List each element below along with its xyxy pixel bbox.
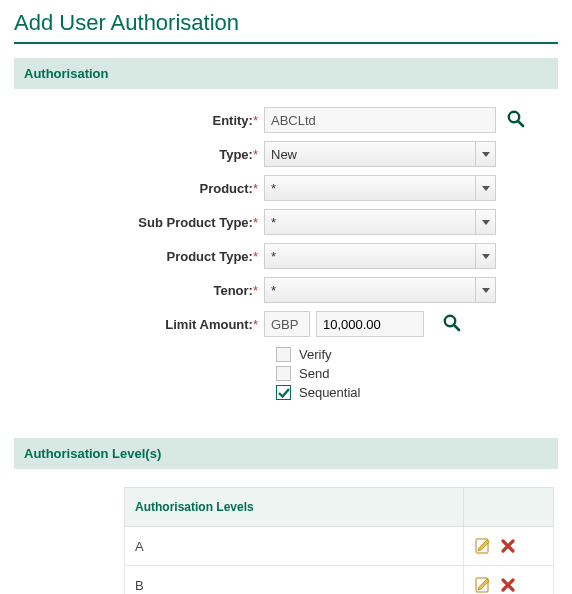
chevron-down-icon (475, 210, 495, 234)
sub-product-type-label: Sub Product Type:* (18, 215, 264, 230)
sequential-checkbox[interactable] (276, 385, 291, 400)
send-checkbox[interactable] (276, 366, 291, 381)
chevron-down-icon (475, 176, 495, 200)
limit-amount-label: Limit Amount:* (18, 317, 264, 332)
verify-checkbox[interactable] (276, 347, 291, 362)
entity-input[interactable] (264, 107, 496, 133)
title-divider (14, 42, 558, 44)
product-type-label: Product Type:* (18, 249, 264, 264)
product-type-select[interactable]: * (264, 243, 496, 269)
table-row: B (125, 566, 554, 595)
level-cell: A (125, 527, 464, 566)
page-title: Add User Authorisation (14, 10, 558, 36)
tenor-label: Tenor:* (18, 283, 264, 298)
verify-label: Verify (299, 347, 332, 362)
entity-search-icon[interactable] (506, 109, 526, 132)
limit-amount-value-input[interactable] (316, 311, 424, 337)
sub-product-type-select[interactable]: * (264, 209, 496, 235)
section-header-authorisation: Authorisation (14, 58, 558, 89)
delete-icon[interactable] (500, 538, 516, 554)
entity-label: Entity:* (18, 113, 264, 128)
section-header-levels: Authorisation Level(s) (14, 438, 558, 469)
level-cell: B (125, 566, 464, 595)
product-label: Product:* (18, 181, 264, 196)
authorisation-form: Entity:* Type:* New Product:* * (14, 107, 558, 408)
send-label: Send (299, 366, 329, 381)
limit-amount-currency-input[interactable] (264, 311, 310, 337)
tenor-select[interactable]: * (264, 277, 496, 303)
authorisation-levels-table: Authorisation Levels A B (124, 487, 554, 594)
edit-icon[interactable] (474, 576, 490, 594)
sequential-label: Sequential (299, 385, 360, 400)
chevron-down-icon (475, 244, 495, 268)
levels-header-name: Authorisation Levels (125, 488, 464, 527)
type-label: Type:* (18, 147, 264, 162)
table-row: A (125, 527, 554, 566)
product-select[interactable]: * (264, 175, 496, 201)
limit-amount-search-icon[interactable] (442, 313, 462, 336)
type-select[interactable]: New (264, 141, 496, 167)
delete-icon[interactable] (500, 577, 516, 593)
edit-icon[interactable] (474, 537, 490, 555)
chevron-down-icon (475, 278, 495, 302)
chevron-down-icon (475, 142, 495, 166)
levels-header-actions (464, 488, 554, 527)
